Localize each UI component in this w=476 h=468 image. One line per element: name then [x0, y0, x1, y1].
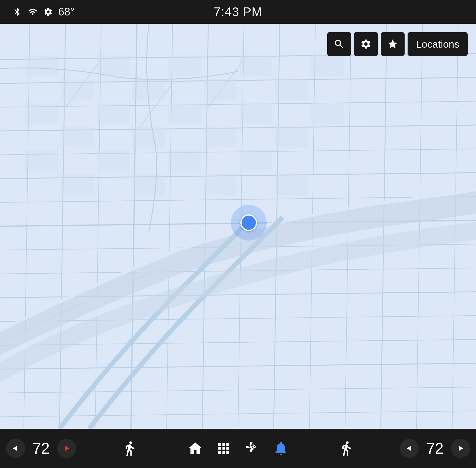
svg-rect-57	[239, 150, 272, 171]
svg-rect-58	[275, 174, 308, 195]
svg-rect-34	[61, 79, 94, 100]
svg-rect-40	[275, 79, 308, 100]
notification-icon	[273, 440, 289, 456]
favorites-button[interactable]	[381, 32, 405, 56]
search-button[interactable]	[327, 32, 351, 56]
bottom-nav	[183, 436, 293, 460]
home-button[interactable]	[183, 436, 207, 460]
gear-icon[interactable]	[43, 7, 54, 17]
svg-rect-44	[97, 103, 129, 124]
status-left: 68°	[12, 6, 74, 18]
svg-rect-36	[132, 79, 165, 100]
bluetooth-icon	[12, 7, 23, 17]
search-icon	[333, 38, 345, 50]
gear-icon	[360, 38, 372, 50]
signal-icon	[27, 7, 38, 17]
map-area[interactable]: Locations	[0, 24, 476, 429]
fan-icon	[244, 440, 260, 456]
svg-rect-52	[61, 174, 94, 195]
right-heater-button[interactable]	[334, 436, 358, 460]
svg-rect-47	[204, 127, 237, 147]
apps-button[interactable]	[212, 436, 236, 460]
svg-rect-43	[61, 127, 94, 147]
svg-rect-54	[132, 174, 165, 195]
status-temperature: 68°	[58, 6, 74, 18]
location-dot	[231, 205, 267, 241]
left-temperature: 72	[26, 439, 56, 457]
svg-rect-33	[25, 55, 58, 76]
svg-rect-35	[97, 55, 129, 76]
svg-rect-53	[97, 150, 129, 171]
right-increase-button[interactable]	[451, 439, 470, 458]
heater-icon	[122, 440, 138, 456]
right-decrease-button[interactable]	[400, 439, 419, 458]
status-time: 7:43 PM	[214, 5, 262, 19]
right-temp-control: 72	[400, 439, 470, 458]
status-bar: 68° 7:43 PM	[0, 0, 476, 24]
right-temperature: 72	[420, 439, 450, 457]
left-temp-control: 72	[6, 439, 76, 458]
svg-rect-39	[239, 55, 272, 76]
map-controls: Locations	[327, 32, 468, 56]
bottom-bar: 72	[0, 429, 476, 468]
svg-rect-48	[239, 103, 272, 124]
svg-rect-41	[311, 55, 344, 76]
svg-rect-50	[311, 103, 344, 124]
svg-rect-55	[168, 150, 201, 171]
left-decrease-button[interactable]	[6, 439, 25, 458]
fan-button[interactable]	[240, 436, 264, 460]
svg-rect-42	[25, 103, 58, 124]
svg-rect-46	[168, 103, 201, 124]
home-icon	[187, 440, 203, 456]
status-center: 7:43 PM	[214, 5, 262, 19]
star-icon	[387, 38, 398, 50]
svg-rect-56	[204, 174, 237, 195]
svg-rect-51	[25, 150, 58, 171]
settings-button[interactable]	[354, 32, 378, 56]
svg-rect-38	[204, 79, 237, 100]
svg-rect-49	[275, 127, 308, 147]
notification-button[interactable]	[269, 436, 293, 460]
left-heater-button[interactable]	[118, 436, 142, 460]
svg-rect-37	[168, 55, 201, 76]
locations-button[interactable]: Locations	[408, 32, 468, 56]
left-increase-button[interactable]	[57, 439, 76, 458]
location-dot-inner	[240, 214, 257, 231]
svg-rect-45	[132, 127, 165, 147]
right-heater-icon	[338, 440, 354, 456]
grid-icon	[216, 440, 232, 456]
